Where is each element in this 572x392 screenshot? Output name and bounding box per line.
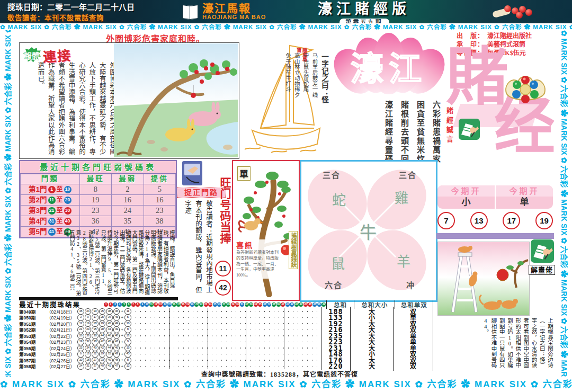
dot-grid bbox=[131, 345, 321, 351]
writing-hand-icon bbox=[459, 119, 480, 140]
grid-divider bbox=[169, 308, 170, 369]
mini-ball: 16 bbox=[172, 302, 176, 307]
newspaper-page: 搅珠日期：二零二一年二月二十八日 敬告讀者：本刊不設電話查詢 濠江馬報 HAOJ… bbox=[0, 0, 572, 392]
edition-title: 濠江賭經版 bbox=[318, 0, 410, 18]
number-ball: 21 bbox=[48, 207, 56, 215]
mini-ball: 13 bbox=[158, 302, 163, 307]
table-row: 第4門31至40363538 bbox=[21, 216, 176, 227]
drawn-number: 47 bbox=[113, 363, 120, 370]
door-range: 第3門21至30 bbox=[21, 206, 79, 216]
star-badge-icon: 報體 bbox=[23, 47, 41, 63]
comic-panel: 報體 連接 外圍博彩本港六合彩之風在祖國大陸有越來越蔓延之勢，有不少人放下手頭工… bbox=[19, 42, 239, 159]
result-issue: 第058期 bbox=[19, 363, 47, 369]
number-ball: 1 bbox=[48, 186, 56, 193]
hot-table-value: 35 bbox=[112, 216, 144, 227]
mini-ball: 35 bbox=[258, 302, 262, 307]
result-issue: 第056期 bbox=[19, 351, 47, 357]
hot-table-value: 5 bbox=[144, 184, 176, 195]
mini-ball: 44 bbox=[299, 302, 303, 307]
forecast-box: 今期开小今期开单 bbox=[437, 185, 553, 209]
result-balls: 243137404147+12 bbox=[77, 363, 131, 370]
dot-grid bbox=[131, 333, 321, 339]
mini-ball: 37 bbox=[267, 302, 271, 307]
mini-ball: 24 bbox=[208, 302, 212, 307]
plus-sign: + bbox=[120, 364, 124, 369]
mini-ball: 31 bbox=[240, 302, 244, 307]
explainer-label: 解畫佬 bbox=[529, 265, 555, 275]
result-date: （02月20日） bbox=[47, 320, 77, 327]
verse-line: 賭根削去頭不回 bbox=[396, 101, 412, 165]
riddle-poem: 一字记之曰：怪 马前羊后鼓差一线守住鼠头留蛇尾高山林立动物稀夕兔子骑车牛打斗 bbox=[285, 53, 330, 159]
ladder-cats-illustration bbox=[437, 242, 530, 316]
dot-grid bbox=[131, 363, 321, 370]
mini-ball: 3 bbox=[113, 302, 117, 307]
number-ball: 10 bbox=[64, 186, 72, 193]
hot-table-value: 24 bbox=[112, 206, 144, 216]
explainer-text: 上期幅尋宝图旁边诗（一字记之曰：怪）字之然，心水清的读者可看到图中空中圆形的太阳… bbox=[439, 318, 554, 370]
berries-decoration bbox=[493, 4, 540, 20]
number-ball: 31 bbox=[48, 218, 56, 225]
reader-notice: 敬告讀者：本刊不設電話查詢 bbox=[7, 12, 182, 22]
drawn-number: 40 bbox=[99, 363, 106, 370]
result-issue: 第049期 bbox=[19, 308, 47, 315]
mini-ball: 41 bbox=[285, 302, 290, 307]
forecast-cell: 今期开单 bbox=[495, 185, 553, 209]
mark-six-strip-top: ✿ MARK SIX ✿ 六合彩 ✿ MARK SIX ✿ 六合彩 ✿ MARK… bbox=[0, 23, 572, 31]
hot-table-value: 16 bbox=[112, 195, 144, 206]
forecast-label: 今期开 bbox=[496, 185, 553, 197]
plus-sign: + bbox=[120, 315, 124, 320]
plus-sign: + bbox=[120, 352, 124, 357]
dot-grid bbox=[131, 351, 321, 358]
mini-ball: 27 bbox=[222, 302, 226, 307]
verse-line: 濠江賭經尋靈碼 bbox=[380, 101, 396, 165]
forecast-value: 单 bbox=[496, 197, 553, 208]
result-issue: 第055期 bbox=[19, 345, 47, 351]
zhi-label: 至 bbox=[57, 195, 63, 205]
result-date: （02月19日） bbox=[47, 314, 77, 320]
hot-table-value: 16 bbox=[144, 195, 176, 206]
edition: 濠江賭經版 第零五九期 bbox=[318, 0, 410, 26]
mini-ball: 22 bbox=[199, 302, 203, 307]
forecast-number: 17 bbox=[503, 212, 520, 229]
zodiac-relations-panel: 三合 三合 六合 冲 蛇 雞 牛 鼠 羊 bbox=[300, 160, 437, 302]
riddle-line: 守住鼠头留蛇尾 bbox=[301, 53, 310, 159]
door-name: 第4門 bbox=[29, 216, 47, 226]
mini-ball: 19 bbox=[185, 302, 190, 307]
forecast-number: 7 bbox=[437, 212, 455, 229]
copy-warning-text: 敬告讀者：近期發現內地市場上有本刊的翻版，雖內容雷同，但字迹 bbox=[179, 200, 214, 297]
goat-illustration: 羊 bbox=[397, 251, 410, 270]
hot-pick-title: 旺门号码当捧 bbox=[215, 177, 230, 260]
comic-essay: 外圍博彩本港六合彩之風在祖國大陸有越來越蔓延之勢，有不少人放下手頭工作，不思耕作… bbox=[24, 62, 117, 155]
door-range: 第1門1至10 bbox=[21, 184, 79, 194]
mini-ball: 42 bbox=[290, 302, 294, 307]
explainer-writing-icon bbox=[531, 239, 554, 263]
badge-script-text: 連接 bbox=[42, 44, 72, 66]
mini-ball: 21 bbox=[194, 302, 199, 307]
result-issue: 第057期 bbox=[19, 357, 47, 363]
drawn-number: 41 bbox=[106, 363, 113, 370]
riddle-title: 一字记之曰：怪 bbox=[318, 53, 330, 159]
mini-ball: 17 bbox=[176, 302, 181, 307]
mini-ball: 11 bbox=[149, 302, 154, 307]
gospel-motto: 賭經誠言 bbox=[443, 107, 454, 158]
bonus-number: 12 bbox=[124, 363, 131, 370]
mini-ball: 47 bbox=[312, 302, 317, 307]
book-icon bbox=[182, 5, 198, 18]
rabbits-tree-illustration bbox=[114, 43, 238, 157]
table-row: 第1門1至10825 bbox=[21, 184, 176, 195]
plus-sign: + bbox=[120, 333, 124, 338]
relation-label-sanhe-1: 三合 bbox=[323, 169, 341, 180]
purple-divider-bar bbox=[436, 233, 554, 239]
masthead-title: 濠江馬報 bbox=[202, 3, 266, 14]
number-ball: 30 bbox=[64, 207, 72, 215]
result-date: （02月21日） bbox=[47, 326, 77, 333]
riddle-line: 兔子骑车牛打斗 bbox=[283, 53, 292, 159]
riddle-line: 马前羊后鼓差一线 bbox=[310, 53, 319, 159]
results-section: 最近十期搅珠结果 1234567891011121314151617181920… bbox=[19, 300, 433, 369]
drawn-number: 31 bbox=[85, 363, 92, 370]
mark-six-strip-bottom: ✿ MARK SIX ✿ 六合彩 ✿ MARK SIX ✿ 六合彩 ✿ MARK… bbox=[0, 377, 572, 392]
good-news-box: 喜訊 為答謝新老讀者對本刊的支持與厚愛，特改版為一碼、一尾、一肖、一生肖，中獎率… bbox=[236, 239, 281, 279]
plus-sign: + bbox=[120, 358, 124, 362]
number-ball: 40 bbox=[64, 218, 72, 225]
dot-grid bbox=[131, 327, 321, 333]
